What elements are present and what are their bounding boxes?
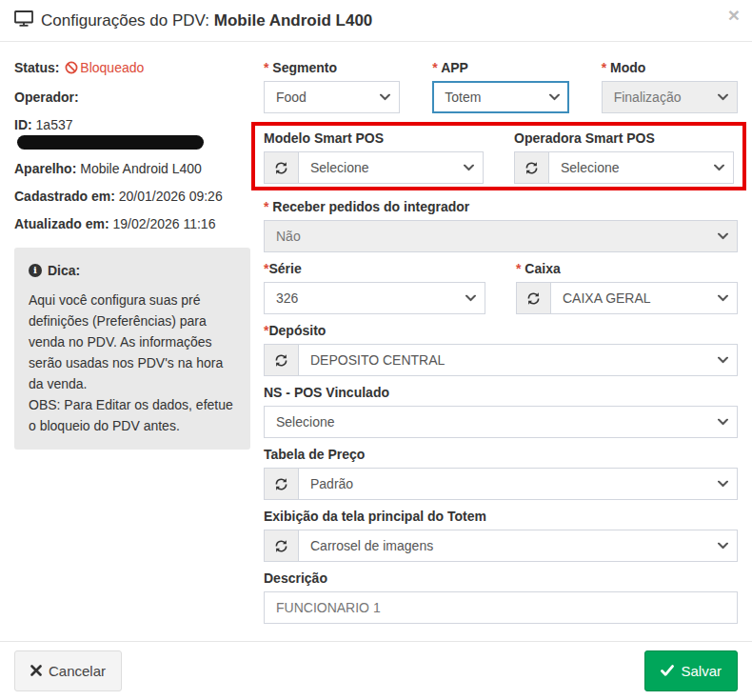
exibicao-totem-select[interactable]: Carrosel de imagens [298, 530, 738, 562]
refresh-icon[interactable] [264, 468, 298, 500]
id-label: ID: [14, 117, 32, 132]
app-label: * APP [432, 60, 568, 76]
modal-body: Status: Bloqueado Operador: ID: 1a537 Ap… [0, 42, 752, 641]
field-app: * APP Totem [432, 60, 568, 113]
descricao-input[interactable] [264, 591, 738, 624]
deposito-label: *Depósito [264, 323, 738, 339]
receber-pedidos-select: Não [264, 220, 738, 252]
operadora-smart-pos-select[interactable]: Selecione [548, 151, 734, 184]
field-receber-pedidos: * Receber pedidos do integrador Não [264, 199, 738, 252]
desktop-icon [14, 10, 33, 31]
atualizado-label: Atualizado em: [14, 216, 109, 231]
status-row: Status: Bloqueado [14, 60, 250, 78]
ban-icon [65, 61, 78, 78]
cadastrado-value: 20/01/2026 09:26 [119, 189, 223, 204]
close-icon[interactable]: × [728, 5, 740, 25]
field-segmento: * Segmento Food [264, 60, 400, 113]
field-exibicao-totem: Exibição da tela principal do Totem Carr… [264, 509, 738, 562]
refresh-icon[interactable] [264, 530, 298, 562]
x-icon [30, 661, 42, 681]
field-ns-pos-vinculado: NS - POS Vinculado Selecione [264, 385, 738, 438]
field-descricao: Descrição [264, 570, 738, 624]
modo-label: * Modo [602, 60, 738, 76]
serie-select[interactable]: 326 [264, 282, 485, 314]
field-modo: * Modo Finalização [602, 60, 738, 113]
info-circle-icon: i [29, 264, 42, 277]
tip-box: i Dica: Aqui você configura suas pré def… [14, 248, 250, 450]
highlight-rectangle: Modelo Smart POS Selecione Operadora Sma… [251, 122, 746, 190]
ns-pos-vinculado-select[interactable]: Selecione [264, 406, 738, 438]
operador-label: Operador: [14, 90, 79, 105]
modo-select: Finalização [602, 81, 738, 113]
id-row: ID: 1a537 [14, 117, 250, 150]
check-icon [661, 661, 674, 681]
status-badge: Bloqueado [80, 60, 144, 75]
refresh-icon[interactable] [514, 151, 548, 184]
operador-row: Operador: [14, 90, 250, 106]
tip-text-1: Aqui você configura suas pré definições … [29, 290, 236, 394]
aparelho-value: Mobile Android L400 [80, 161, 202, 176]
field-serie: *Série 326 [264, 261, 485, 314]
cadastrado-label: Cadastrado em: [14, 189, 115, 204]
atualizado-row: Atualizado em: 19/02/2026 11:16 [14, 216, 250, 232]
modal-title-text: Configurações do PDV: Mobile Android L40… [41, 11, 372, 30]
modal-title: Configurações do PDV: Mobile Android L40… [14, 10, 738, 31]
exibicao-totem-label: Exibição da tela principal do Totem [264, 509, 738, 525]
descricao-label: Descrição [264, 570, 738, 587]
tabela-preco-select[interactable]: Padrão [298, 468, 738, 500]
operadora-smart-pos-label: Operadora Smart POS [514, 130, 734, 147]
aparelho-label: Aparelho: [14, 161, 76, 176]
status-label: Status: [14, 60, 59, 75]
serie-label: *Série [264, 261, 485, 277]
deposito-select[interactable]: DEPOSITO CENTRAL [298, 344, 738, 376]
form-panel: * Segmento Food * APP Totem * Modo [264, 60, 738, 641]
refresh-icon[interactable] [264, 151, 298, 184]
app-select[interactable]: Totem [432, 81, 568, 113]
modal-header: Configurações do PDV: Mobile Android L40… [0, 0, 752, 42]
refresh-icon[interactable] [264, 344, 298, 376]
info-panel: Status: Bloqueado Operador: ID: 1a537 Ap… [14, 60, 250, 641]
field-modelo-smart-pos: Modelo Smart POS Selecione [264, 130, 484, 184]
save-button[interactable]: Salvar [644, 650, 738, 691]
modal-footer: Cancelar Salvar [0, 641, 752, 700]
segmento-select[interactable]: Food [264, 81, 400, 113]
segmento-label: * Segmento [264, 60, 400, 76]
caixa-select[interactable]: CAIXA GERAL [550, 282, 738, 314]
id-redaction-bar [17, 135, 204, 150]
field-caixa: * Caixa CAIXA GERAL [516, 261, 738, 314]
atualizado-value: 19/02/2026 11:16 [112, 216, 215, 231]
aparelho-row: Aparelho: Mobile Android L400 [14, 161, 250, 177]
caixa-label: * Caixa [516, 261, 738, 277]
modelo-smart-pos-select[interactable]: Selecione [298, 151, 484, 184]
tip-title: i Dica: [29, 260, 236, 281]
cancel-button[interactable]: Cancelar [14, 650, 122, 691]
field-tabela-preco: Tabela de Preço Padrão [264, 447, 738, 500]
id-value: 1a537 [36, 117, 73, 132]
refresh-icon[interactable] [516, 282, 550, 314]
cadastrado-row: Cadastrado em: 20/01/2026 09:26 [14, 189, 250, 205]
pdv-config-modal: Configurações do PDV: Mobile Android L40… [0, 0, 752, 700]
tabela-preco-label: Tabela de Preço [264, 447, 738, 463]
field-deposito: *Depósito DEPOSITO CENTRAL [264, 323, 738, 376]
modelo-smart-pos-label: Modelo Smart POS [264, 130, 484, 147]
tip-text-2: OBS: Para Editar os dados, efetue o bloq… [29, 394, 236, 436]
receber-pedidos-label: * Receber pedidos do integrador [264, 199, 738, 215]
field-operadora-smart-pos: Operadora Smart POS Selecione [514, 130, 734, 184]
ns-pos-vinculado-label: NS - POS Vinculado [264, 385, 738, 401]
